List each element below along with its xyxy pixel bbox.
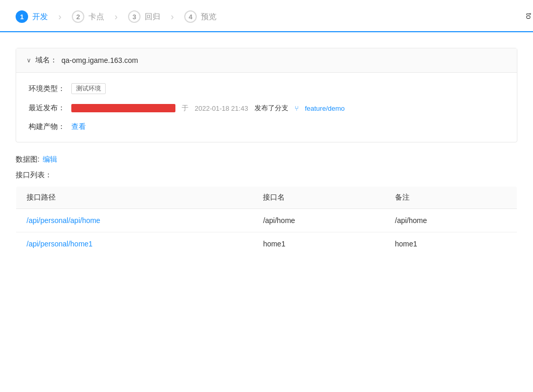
env-type-row: 环境类型： 测试环境 bbox=[29, 83, 504, 94]
domain-card: ∨ 域名： qa-omg.igame.163.com 环境类型： 测试环境 最近… bbox=[16, 48, 517, 142]
api-list-section: 接口列表： 接口路径 接口名 备注 /api/personal/api/home… bbox=[16, 171, 517, 256]
step-arrow-3: › bbox=[160, 11, 184, 31]
col-path: 接口路径 bbox=[16, 187, 253, 209]
cell-path: /api/personal/api/home bbox=[16, 209, 253, 232]
top-right-label: to bbox=[525, 13, 533, 19]
step-circle-2: 2 bbox=[72, 10, 84, 23]
domain-value: qa-omg.igame.163.com bbox=[61, 56, 138, 64]
step-circle-4: 4 bbox=[184, 10, 197, 23]
data-map-section: 数据图: 编辑 bbox=[16, 155, 517, 164]
step-arrow-1: › bbox=[48, 11, 72, 31]
domain-header: ∨ 域名： qa-omg.igame.163.com bbox=[16, 48, 517, 73]
redacted-name bbox=[71, 104, 175, 112]
step-label-2: 卡点 bbox=[88, 12, 104, 22]
artifact-row: 构建产物： 查看 bbox=[29, 122, 504, 132]
view-artifact-link[interactable]: 查看 bbox=[71, 122, 86, 132]
col-remark: 备注 bbox=[385, 187, 517, 209]
api-path-link[interactable]: /api/personal/api/home bbox=[27, 216, 100, 225]
latest-publish-row: 最近发布： 于 2022-01-18 21:43 发布了分支 ⑂ feature… bbox=[29, 103, 504, 113]
table-header-row: 接口路径 接口名 备注 bbox=[16, 187, 517, 209]
step-label-1: 开发 bbox=[32, 12, 48, 22]
publish-time: 2022-01-18 21:43 bbox=[195, 104, 248, 112]
cell-name: home1 bbox=[252, 232, 384, 256]
cell-path: /api/personal/home1 bbox=[16, 232, 253, 256]
stepper: 1 开发 › 2 卡点 › 3 回归 › 4 预览 bbox=[0, 0, 533, 32]
env-type-label: 环境类型： bbox=[29, 84, 65, 94]
data-map-label: 数据图: bbox=[16, 155, 40, 164]
table-row: /api/personal/api/home /api/home /api/ho… bbox=[16, 209, 517, 232]
step-1[interactable]: 1 开发 bbox=[16, 10, 48, 31]
col-name: 接口名 bbox=[252, 187, 384, 209]
table-row: /api/personal/home1 home1 home1 bbox=[16, 232, 517, 256]
branch-link[interactable]: feature/demo bbox=[305, 104, 345, 112]
step-2[interactable]: 2 卡点 bbox=[72, 10, 104, 31]
artifact-label: 构建产物： bbox=[29, 122, 65, 132]
publish-time-prefix: 于 bbox=[182, 103, 188, 113]
step-label-3: 回归 bbox=[145, 12, 160, 22]
api-table: 接口路径 接口名 备注 /api/personal/api/home /api/… bbox=[16, 186, 517, 256]
cell-name: /api/home bbox=[252, 209, 384, 232]
cell-remark: /api/home bbox=[385, 209, 517, 232]
step-circle-1: 1 bbox=[16, 10, 28, 23]
branch-icon: ⑂ bbox=[295, 104, 299, 112]
step-circle-3: 3 bbox=[128, 10, 141, 23]
publish-text: 发布了分支 bbox=[255, 103, 288, 113]
step-label-4: 预览 bbox=[201, 12, 217, 22]
step-arrow-2: › bbox=[104, 11, 128, 31]
step-4[interactable]: 4 预览 bbox=[184, 10, 217, 31]
publish-label: 最近发布： bbox=[29, 103, 65, 113]
collapse-icon: ∨ bbox=[27, 57, 31, 64]
domain-label: 域名： bbox=[35, 56, 57, 65]
env-badge: 测试环境 bbox=[71, 83, 106, 94]
api-list-label: 接口列表： bbox=[16, 171, 517, 180]
step-3[interactable]: 3 回归 bbox=[128, 10, 160, 31]
domain-body: 环境类型： 测试环境 最近发布： 于 2022-01-18 21:43 发布了分… bbox=[16, 73, 517, 142]
data-map-edit-link[interactable]: 编辑 bbox=[43, 155, 57, 164]
main-content: ∨ 域名： qa-omg.igame.163.com 环境类型： 测试环境 最近… bbox=[0, 32, 533, 271]
cell-remark: home1 bbox=[385, 232, 517, 256]
api-path-link[interactable]: /api/personal/home1 bbox=[27, 240, 93, 248]
